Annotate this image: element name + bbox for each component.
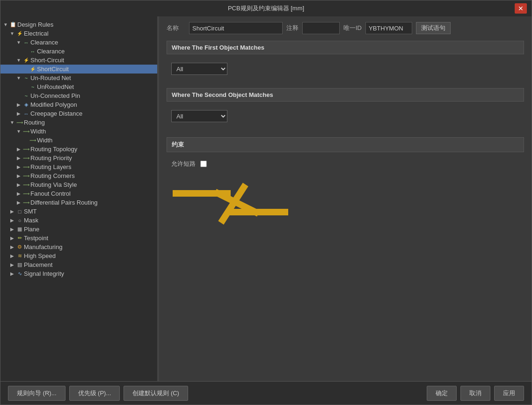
tree-item-modified-polygon[interactable]: ▶ ◈ Modified Polygon bbox=[0, 100, 157, 109]
ok-button[interactable]: 确定 bbox=[427, 386, 457, 401]
second-object-content: All Net Net Class Layer bbox=[167, 106, 524, 126]
test-button[interactable]: 测试语句 bbox=[416, 22, 451, 34]
constraint-section: 约束 允许短路 bbox=[167, 137, 524, 233]
tree-item-routing-priority[interactable]: ▶ ⟿ Routing Priority bbox=[0, 154, 157, 162]
tree-arrow-creepage-distance: ▶ bbox=[15, 111, 22, 116]
tree-arrow-routing-layers: ▶ bbox=[15, 164, 22, 169]
tree-label-plane: Plane bbox=[24, 226, 39, 233]
tree-arrow-design-rules: ▼ bbox=[2, 22, 9, 27]
comment-label: 注释 bbox=[286, 24, 299, 32]
tree-panel: ▼ 📋 Design Rules ▼ ⚡ Electrical ▼ ↔ Clea… bbox=[0, 16, 157, 381]
tree-arrow-clearance-group: ▼ bbox=[15, 40, 22, 45]
tree-arrow-fanout-control: ▶ bbox=[15, 191, 22, 196]
short-circuit-icon: ⚡ bbox=[22, 58, 30, 63]
tree-label-routing-corners: Routing Corners bbox=[30, 172, 75, 179]
tree-item-unrouted-net[interactable]: ▼ ~ Un-Routed Net bbox=[0, 74, 157, 82]
tree-arrow-mask: ▶ bbox=[9, 218, 15, 223]
second-match-dropdown[interactable]: All Net Net Class Layer bbox=[171, 110, 227, 122]
main-window: PCB规则及约束编辑器 [mm] ✕ ▼ 📋 Design Rules ▼ ⚡ … bbox=[0, 0, 532, 405]
tree-item-electrical[interactable]: ▼ ⚡ Electrical bbox=[0, 29, 157, 38]
tree-arrow-short-circuit: ▼ bbox=[15, 58, 22, 63]
tree-label-width: Width bbox=[37, 137, 52, 144]
close-button[interactable]: ✕ bbox=[515, 3, 527, 14]
tree-label-routing: Routing bbox=[24, 119, 45, 126]
tree-item-diff-pairs[interactable]: ▶ ⟿ Differential Pairs Routing bbox=[0, 198, 157, 207]
manufacturing-icon: ⚙ bbox=[15, 244, 24, 250]
shortcircuit-icon: ⚡ bbox=[29, 66, 37, 72]
electrical-icon: ⚡ bbox=[15, 31, 24, 36]
width-icon: ⟿ bbox=[29, 138, 37, 143]
routing-priority-icon: ⟿ bbox=[22, 155, 30, 161]
tree-arrow-routing-via-style: ▶ bbox=[15, 182, 22, 187]
tree-label-creepage-distance: Creepage Distance bbox=[30, 110, 82, 117]
tree-item-clearance[interactable]: ↔ Clearance bbox=[0, 47, 157, 56]
tree-arrow-unrouted-net: ▼ bbox=[15, 75, 22, 81]
tree-arrow-routing: ▼ bbox=[9, 120, 15, 125]
tree-item-high-speed[interactable]: ▶ ≋ High Speed bbox=[0, 251, 157, 260]
tree-item-plane[interactable]: ▶ ▦ Plane bbox=[0, 225, 157, 234]
tree-item-routing-layers[interactable]: ▶ ⟿ Routing Layers bbox=[0, 162, 157, 171]
routing-topology-icon: ⟿ bbox=[22, 147, 30, 152]
testpoint-icon: ✏ bbox=[15, 235, 24, 241]
tree-arrow-manufacturing: ▶ bbox=[9, 244, 15, 250]
routing-icon: ⟿ bbox=[15, 120, 24, 125]
tree-item-routing[interactable]: ▼ ⟿ Routing bbox=[0, 118, 157, 127]
right-panel: 名称 注释 唯一ID YBTHYMON 测试语句 Where The First… bbox=[159, 16, 532, 381]
tree-label-unrouted-net: Un-Routed Net bbox=[30, 74, 71, 81]
tree-item-unconnected-pin[interactable]: ~ Un-Connected Pin bbox=[0, 91, 157, 100]
tree-arrow-diff-pairs: ▶ bbox=[15, 200, 22, 205]
high-speed-icon: ≋ bbox=[15, 253, 24, 259]
tree-item-testpoint[interactable]: ▶ ✏ Testpoint bbox=[0, 234, 157, 243]
smt-icon: □ bbox=[15, 209, 24, 214]
first-match-dropdown[interactable]: All Net Net Class Layer bbox=[171, 63, 227, 75]
tree-item-creepage-distance[interactable]: ▶ ↔ Creepage Distance bbox=[0, 109, 157, 118]
tree-item-routing-corners[interactable]: ▶ ⟿ Routing Corners bbox=[0, 171, 157, 180]
tree-item-mask[interactable]: ▶ ○ Mask bbox=[0, 216, 157, 225]
plane-icon: ▦ bbox=[15, 226, 24, 232]
tree-item-fanout-control[interactable]: ▶ ⟿ Fanout Control bbox=[0, 189, 157, 198]
tree-label-routing-priority: Routing Priority bbox=[30, 155, 72, 162]
tree-item-placement[interactable]: ▶ ▤ Placement bbox=[0, 260, 157, 269]
titlebar: PCB规则及约束编辑器 [mm] ✕ bbox=[0, 0, 532, 16]
unrouted-net-icon: ~ bbox=[22, 75, 30, 81]
tree-item-smt[interactable]: ▶ □ SMT bbox=[0, 207, 157, 216]
tree-item-width[interactable]: ⟿ Width bbox=[0, 136, 157, 145]
tree-label-clearance: Clearance bbox=[37, 48, 65, 55]
tree-arrow-width-group: ▼ bbox=[15, 129, 22, 134]
tree-arrow-modified-polygon: ▶ bbox=[15, 102, 22, 107]
tree-item-routing-topology[interactable]: ▶ ⟿ Routing Topology bbox=[0, 145, 157, 154]
name-row: 名称 注释 唯一ID YBTHYMON 测试语句 bbox=[167, 22, 524, 34]
cancel-button[interactable]: 取消 bbox=[460, 386, 490, 401]
tree-item-routing-via-style[interactable]: ▶ ⟿ Routing Via Style bbox=[0, 180, 157, 189]
tree-label-unconnected-pin: Un-Connected Pin bbox=[30, 92, 80, 99]
tree-arrow-high-speed: ▶ bbox=[9, 253, 15, 258]
tree-arrow-placement: ▶ bbox=[9, 262, 15, 267]
tree-item-clearance-group[interactable]: ▼ ↔ Clearance bbox=[0, 38, 157, 47]
tree-item-width-group[interactable]: ▼ ⟿ Width bbox=[0, 127, 157, 136]
routing-via-style-icon: ⟿ bbox=[22, 182, 30, 187]
tree-label-short-circuit: Short-Circuit bbox=[30, 57, 64, 64]
comment-input[interactable] bbox=[302, 22, 340, 34]
tree-label-testpoint: Testpoint bbox=[24, 235, 48, 242]
routing-corners-icon: ⟿ bbox=[22, 173, 30, 178]
first-object-header: Where The First Object Matches bbox=[167, 41, 524, 54]
apply-button[interactable]: 应用 bbox=[494, 386, 524, 401]
tree-arrow-testpoint: ▶ bbox=[9, 236, 15, 241]
rules-wizard-button[interactable]: 规则向导 (R)... bbox=[8, 386, 66, 401]
tree-arrow-plane: ▶ bbox=[9, 227, 15, 232]
tree-item-unroutednet[interactable]: ~ UnRoutedNet bbox=[0, 82, 157, 91]
window-title: PCB规则及约束编辑器 [mm] bbox=[17, 4, 515, 13]
tree-item-design-rules[interactable]: ▼ 📋 Design Rules bbox=[0, 20, 157, 29]
first-object-content: All Net Net Class Layer bbox=[167, 59, 524, 79]
create-default-button[interactable]: 创建默认规则 (C) bbox=[124, 386, 188, 401]
tree-item-manufacturing[interactable]: ▶ ⚙ Manufacturing bbox=[0, 243, 157, 251]
tree-item-signal-integrity[interactable]: ▶ ∿ Signal Integrity bbox=[0, 269, 157, 278]
name-input[interactable] bbox=[189, 22, 283, 34]
allow-short-checkbox[interactable] bbox=[200, 161, 207, 167]
tree-item-shortcircuit[interactable]: ⚡ ShortCircuit bbox=[0, 65, 157, 74]
tree-label-electrical: Electrical bbox=[24, 30, 49, 37]
priority-button[interactable]: 优先级 (P)... bbox=[69, 386, 120, 401]
tree-label-width-group: Width bbox=[30, 128, 46, 135]
tree-label-mask: Mask bbox=[24, 217, 38, 224]
tree-item-short-circuit[interactable]: ▼ ⚡ Short-Circuit bbox=[0, 56, 157, 65]
